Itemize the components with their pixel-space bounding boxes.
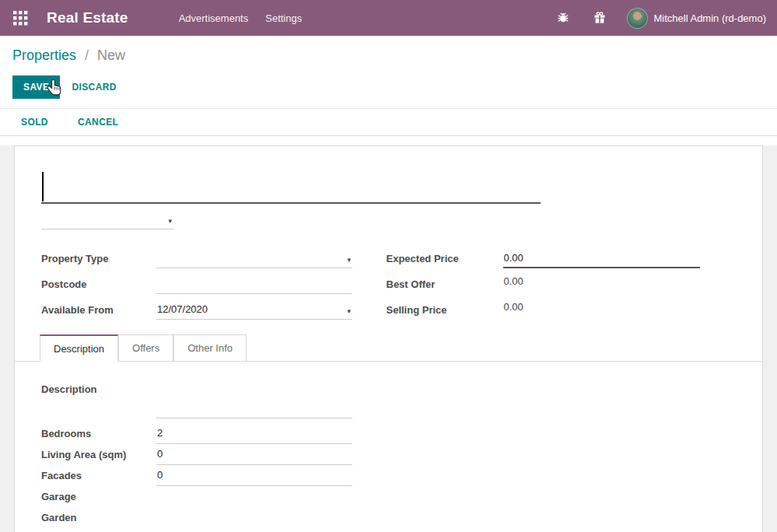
discard-button[interactable]: DISCARD [72, 82, 116, 93]
save-button-label: SAVE [23, 82, 49, 93]
bedrooms-input[interactable] [156, 423, 352, 443]
field-row-postcode: Postcode [41, 274, 387, 294]
left-column: Property Type ▾ Postcode Available From [41, 248, 387, 325]
expected-price-input[interactable] [503, 248, 700, 267]
property-type-label: Property Type [41, 253, 156, 264]
property-name-input[interactable] [41, 170, 541, 202]
available-from-field: ▾ [156, 299, 352, 320]
field-row-expected-price: Expected Price [387, 248, 732, 268]
living-area-input[interactable] [156, 444, 352, 464]
field-row-best-offer: Best Offer 0.00 [387, 274, 732, 294]
tags-field[interactable]: ▾ [41, 209, 173, 229]
expected-price-label: Expected Price [387, 253, 503, 264]
garden-label: Garden [41, 512, 156, 523]
living-area-label: Living Area (sqm) [41, 449, 156, 460]
best-offer-field: 0.00 [503, 274, 700, 294]
text-cursor [42, 172, 44, 201]
expected-price-field [503, 248, 700, 268]
tab-description[interactable]: Description [40, 334, 118, 362]
living-area-field [156, 444, 352, 465]
garden-checkbox[interactable] [157, 507, 353, 528]
debug-bug-icon[interactable] [557, 12, 570, 25]
property-type-select[interactable]: ▾ [156, 248, 352, 268]
chevron-down-icon: ▾ [347, 257, 351, 264]
bedrooms-label: Bedrooms [41, 428, 156, 439]
garage-field [156, 486, 352, 507]
cancel-button[interactable]: CANCEL [78, 117, 118, 128]
user-menu[interactable]: Mitchell Admin (rd-demo) [654, 12, 767, 24]
field-row-property-type: Property Type ▾ [41, 248, 387, 268]
top-navbar: Real Estate Advertisements Settings [0, 0, 777, 36]
breadcrumb: Properties / New [12, 47, 765, 64]
user-avatar[interactable] [627, 8, 648, 29]
statusbar: SOLD CANCEL [0, 108, 777, 136]
garden-field [156, 507, 352, 528]
app-title[interactable]: Real Estate [47, 9, 128, 26]
facades-field [156, 465, 352, 486]
facades-input[interactable] [156, 465, 352, 485]
available-from-label: Available From [41, 304, 156, 316]
menu-settings[interactable]: Settings [257, 2, 310, 35]
field-row-facades: Facades [41, 465, 731, 486]
tab-other-info[interactable]: Other Info [173, 334, 247, 362]
save-button[interactable]: SAVE [12, 75, 60, 99]
field-row-bedrooms: Bedrooms [41, 423, 731, 444]
apps-grid-icon[interactable] [6, 4, 34, 32]
right-column: Expected Price Best Offer 0.00 Selling P… [387, 248, 732, 325]
garage-label: Garage [41, 491, 156, 502]
field-row-garden-area: Garden Area (sqm) [41, 528, 731, 532]
postcode-field [156, 274, 352, 294]
property-name-field [41, 170, 541, 204]
best-offer-label: Best Offer [387, 278, 503, 290]
garden-area-input[interactable] [156, 528, 352, 532]
notebook: Description Offers Other Info Descriptio… [41, 334, 731, 532]
control-panel: Properties / New SAVE DISCARD [0, 36, 777, 108]
description-tab-page: Description Bedrooms Living Area (sqm) [41, 362, 731, 532]
bedrooms-field [156, 423, 352, 444]
selling-price-field: 0.00 [503, 299, 700, 320]
available-from-date-input[interactable] [156, 299, 352, 319]
field-row-description: Description [41, 381, 731, 418]
field-row-garage: Garage [41, 486, 731, 507]
selling-price-value: 0.00 [503, 301, 523, 313]
breadcrumb-separator: / [85, 47, 89, 63]
menu-advertisements[interactable]: Advertisements [170, 2, 257, 35]
breadcrumb-current: New [97, 47, 125, 63]
best-offer-value: 0.00 [503, 275, 523, 287]
selling-price-label: Selling Price [387, 304, 503, 316]
navbar-menus: Advertisements Settings [170, 2, 311, 35]
garage-checkbox[interactable] [157, 486, 353, 507]
top-field-group: Property Type ▾ Postcode Available From [41, 248, 731, 325]
description-label: Description [41, 381, 156, 395]
chevron-down-icon: ▾ [168, 218, 172, 225]
control-panel-buttons: SAVE DISCARD [12, 75, 765, 99]
field-row-garden: Garden [41, 507, 731, 528]
field-row-selling-price: Selling Price 0.00 [387, 299, 732, 320]
tab-offers[interactable]: Offers [118, 334, 173, 362]
field-row-living-area: Living Area (sqm) [41, 444, 731, 465]
form-view-background: ▾ Property Type ▾ Postcode [0, 145, 777, 532]
property-type-input[interactable] [156, 248, 352, 268]
sold-button[interactable]: SOLD [21, 117, 48, 128]
description-textarea[interactable] [156, 381, 352, 418]
apps-grid-glyph [13, 11, 28, 26]
form-sheet: ▾ Property Type ▾ Postcode [14, 145, 763, 532]
garden-area-field [156, 528, 352, 532]
chevron-down-icon: ▾ [347, 308, 351, 315]
postcode-input[interactable] [156, 274, 352, 293]
gift-icon[interactable] [593, 12, 607, 25]
breadcrumb-properties-link[interactable]: Properties [12, 47, 76, 63]
tab-strip: Description Offers Other Info [15, 334, 762, 362]
facades-label: Facades [41, 470, 156, 481]
postcode-label: Postcode [41, 278, 156, 290]
field-row-available-from: Available From ▾ [41, 299, 387, 320]
